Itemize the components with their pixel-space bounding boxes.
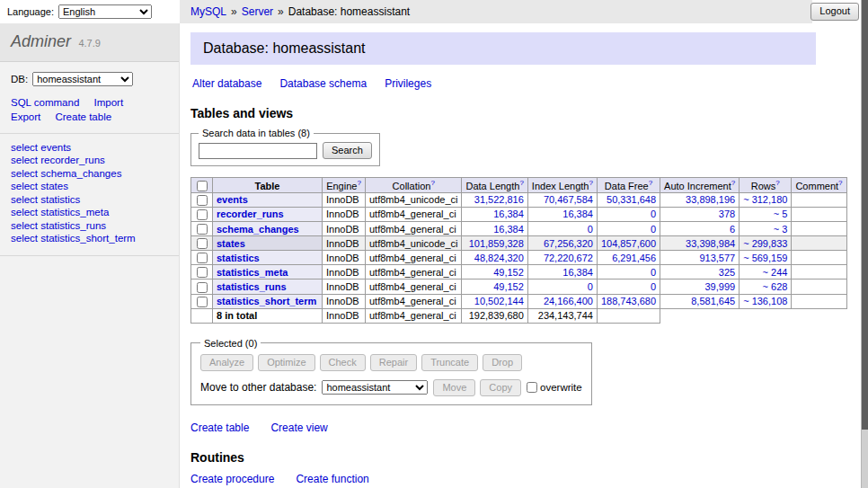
- sidebar-table-link[interactable]: select statistics: [11, 193, 80, 207]
- search-fieldset: Search data in tables (8) Search: [190, 128, 380, 166]
- sidebar-table-link[interactable]: select events: [11, 141, 71, 155]
- column-help-link[interactable]: ?: [519, 179, 523, 187]
- move-button[interactable]: Copy: [480, 379, 521, 396]
- rows-count-cell[interactable]: ~ 312,180: [740, 192, 792, 207]
- rows-count-cell[interactable]: ~ 569,159: [740, 251, 792, 265]
- db-label: DB:: [11, 74, 28, 84]
- column-help-link[interactable]: ?: [775, 179, 779, 187]
- rows-count-cell[interactable]: ~ 5: [740, 207, 792, 221]
- selected-action-button[interactable]: Truncate: [421, 354, 478, 371]
- table-name-link[interactable]: statistics_meta: [217, 267, 288, 278]
- vertical-scrollbar[interactable]: [861, 0, 868, 488]
- column-help-link[interactable]: ?: [731, 179, 735, 187]
- tables-overview-table: Table Engine? Collation? Data Length? In…: [190, 177, 847, 323]
- column-help-link[interactable]: ?: [589, 179, 592, 187]
- sidebar-link-export[interactable]: Export: [11, 111, 40, 122]
- breadcrumb-link-mysql[interactable]: MySQL: [190, 5, 226, 18]
- database-nav-link[interactable]: Alter database: [192, 77, 261, 90]
- main-content: Database: homeassistant Alter databaseDa…: [180, 23, 868, 488]
- selected-action-button[interactable]: Repair: [370, 354, 417, 371]
- row-checkbox[interactable]: [197, 267, 208, 278]
- row-checkbox[interactable]: [197, 297, 208, 307]
- row-checkbox[interactable]: [197, 282, 208, 293]
- table-name-link[interactable]: recorder_runs: [217, 209, 284, 219]
- table-name-link[interactable]: statistics: [217, 253, 260, 263]
- logout-button[interactable]: Logout: [810, 3, 859, 20]
- row-checkbox[interactable]: [197, 195, 208, 206]
- create-link[interactable]: Create view: [270, 421, 327, 434]
- row-checkbox[interactable]: [197, 238, 208, 249]
- table-row: schema_changes InnoDB utf8mb4_general_ci…: [191, 222, 847, 236]
- create-link[interactable]: Create table: [190, 421, 249, 434]
- adminer-app: Language: English MySQL » Server » Datab…: [0, 0, 868, 488]
- sidebar-table-link[interactable]: select schema_changes: [11, 167, 121, 181]
- routine-create-link[interactable]: Create function: [296, 473, 368, 485]
- sidebar-table-item: select recorder_runs: [11, 155, 168, 168]
- column-header: Data Length?: [462, 178, 527, 193]
- auto-increment-cell: 33,898,196: [660, 192, 740, 207]
- comment-cell: [792, 192, 846, 207]
- table-row: statistics_meta InnoDB utf8mb4_general_c…: [191, 265, 847, 279]
- index-length-cell: 0: [527, 222, 597, 236]
- sidebar-table-link[interactable]: select statistics_meta: [11, 207, 109, 220]
- language-bar: Language: English: [0, 0, 180, 23]
- comment-cell: [792, 207, 846, 221]
- rows-count-cell[interactable]: ~ 244: [740, 265, 792, 279]
- move-db-select[interactable]: homeassistant: [322, 380, 428, 395]
- rows-count-cell[interactable]: ~ 299,833: [740, 236, 792, 251]
- sidebar-table-link[interactable]: select recorder_runs: [11, 155, 105, 168]
- rows-count-cell[interactable]: ~ 628: [740, 279, 792, 294]
- sidebar-table-link[interactable]: select statistics_short_term: [11, 233, 136, 246]
- sidebar-link-create-table[interactable]: Create table: [55, 111, 111, 122]
- search-button[interactable]: Search: [323, 142, 372, 159]
- column-help-link[interactable]: ?: [430, 179, 434, 187]
- selected-action-button[interactable]: Check: [320, 354, 366, 371]
- sidebar-link-import[interactable]: Import: [93, 97, 123, 108]
- overwrite-checkbox[interactable]: [527, 382, 537, 393]
- sidebar-table-link[interactable]: select states: [11, 181, 68, 194]
- scrollbar-thumb[interactable]: [862, 0, 868, 430]
- database-nav-link[interactable]: Privileges: [385, 77, 431, 90]
- comment-cell: [792, 265, 846, 279]
- language-select[interactable]: English: [58, 4, 152, 19]
- selected-action-button[interactable]: Optimize: [258, 354, 314, 371]
- rows-count-cell[interactable]: ~ 136,108: [740, 294, 792, 308]
- sidebar-table-link[interactable]: select statistics_runs: [11, 219, 106, 233]
- logout-area: Logout: [812, 0, 868, 23]
- column-header: Data Free?: [597, 178, 660, 193]
- routine-create-link[interactable]: Create procedure: [190, 473, 274, 485]
- row-checkbox[interactable]: [197, 253, 208, 263]
- table-name-link[interactable]: schema_changes: [217, 224, 299, 235]
- column-help-link[interactable]: ?: [838, 179, 842, 187]
- breadcrumb-link-server[interactable]: Server: [242, 5, 273, 18]
- app-logo[interactable]: Adminer: [11, 32, 71, 50]
- select-all-checkbox[interactable]: [197, 181, 208, 191]
- table-name-link[interactable]: statistics_short_term: [217, 296, 316, 306]
- database-nav-link[interactable]: Database schema: [279, 77, 367, 90]
- move-button[interactable]: Move: [433, 379, 475, 396]
- engine-cell: InnoDB: [323, 207, 366, 221]
- table-name-link[interactable]: events: [217, 194, 248, 205]
- row-checkbox[interactable]: [197, 209, 208, 220]
- data-free-cell: 0: [597, 279, 660, 294]
- sidebar-link-sql-command[interactable]: SQL command: [11, 97, 79, 108]
- data-length-cell: 49,152: [462, 265, 527, 279]
- table-name-link[interactable]: states: [217, 238, 245, 249]
- data-length-cell: 16,384: [462, 207, 527, 221]
- column-help-link[interactable]: ?: [649, 179, 652, 187]
- sidebar-table-item: select statistics_meta: [11, 207, 168, 220]
- select-all-cell: [191, 178, 213, 193]
- data-free-cell: 50,331,648: [597, 192, 660, 207]
- comment-cell: [792, 251, 846, 265]
- selected-action-button[interactable]: Drop: [483, 354, 522, 371]
- db-select[interactable]: homeassistant: [32, 72, 133, 86]
- index-length-cell: 72,220,672: [527, 251, 597, 265]
- table-name-link[interactable]: statistics_runs: [217, 281, 287, 292]
- selected-action-button[interactable]: Analyze: [200, 354, 253, 371]
- column-help-link[interactable]: ?: [357, 179, 360, 187]
- total-empty-cell: [191, 308, 213, 323]
- total-collation: utf8mb4_general_ci: [366, 308, 462, 323]
- search-input[interactable]: [199, 143, 317, 159]
- rows-count-cell[interactable]: ~ 3: [740, 222, 792, 236]
- row-checkbox[interactable]: [197, 224, 208, 235]
